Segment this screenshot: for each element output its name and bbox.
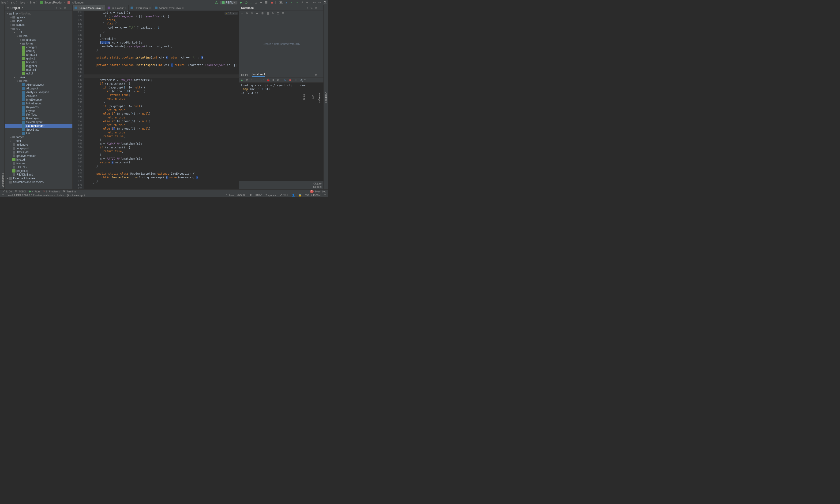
line-number[interactable]: 834: [73, 48, 83, 52]
tree-row[interactable]: PerfTest: [5, 113, 72, 116]
tree-row[interactable]: core.clj: [5, 49, 72, 53]
crumb[interactable]: SourceReader: [44, 1, 62, 4]
down-icon[interactable]: ↓: [256, 78, 259, 82]
status-memory[interactable]: 659 of 1979M: [305, 194, 321, 197]
editor[interactable]: 8248258268278288298308318328338348358368…: [73, 11, 239, 190]
code-line[interactable]: [86, 59, 239, 63]
line-number[interactable]: 864: [73, 146, 83, 149]
debug-icon[interactable]: 🐞: [267, 78, 270, 82]
vcs-history-icon[interactable]: ↺: [301, 1, 304, 4]
tree-row[interactable]: SelectLayout: [5, 120, 72, 124]
line-number[interactable]: 824: [73, 11, 83, 15]
status-branch[interactable]: ⎇ main: [279, 194, 289, 197]
line-number[interactable]: 854: [73, 108, 83, 112]
code-line[interactable]: else if (m.group(4) != null): [86, 112, 239, 115]
line-number[interactable]: 865: [73, 149, 83, 153]
line-number[interactable]: 830: [73, 33, 83, 37]
ns-selector[interactable]: clj ▼: [301, 78, 306, 82]
tree-row[interactable]: Keywords: [5, 105, 72, 109]
editor-tab[interactable]: AlignedLayout.java×: [153, 5, 186, 11]
code-line[interactable]: unread1();: [86, 37, 239, 41]
code-line[interactable]: else if (m.group(7) != null): [86, 127, 239, 131]
vcs-push-icon[interactable]: ↗: [295, 1, 299, 4]
line-number[interactable]: 860: [73, 131, 83, 134]
tree-row[interactable]: AnalysisException: [5, 90, 72, 94]
code-line[interactable]: else if (m.group(5) != null): [86, 120, 239, 123]
line-number[interactable]: 840: [73, 63, 83, 67]
duplicate-icon[interactable]: ⧉: [246, 12, 249, 15]
line-number[interactable]: 846: [73, 78, 83, 82]
line-number[interactable]: 868: [73, 161, 83, 164]
code-line[interactable]: return true;: [86, 108, 239, 112]
reload-icon[interactable]: ↻: [284, 78, 287, 82]
ide-actions2-icon[interactable]: ▭: [318, 1, 322, 4]
code-line[interactable]: return m.matches();: [86, 161, 239, 164]
gear-icon[interactable]: ✲: [314, 6, 317, 10]
code-line[interactable]: [86, 71, 239, 74]
expand-icon[interactable]: ⇅: [310, 6, 313, 10]
line-number[interactable]: 872: [73, 176, 83, 179]
line-number[interactable]: 844: [73, 71, 83, 74]
close-icon[interactable]: ×: [102, 6, 104, 10]
line-number[interactable]: 833: [73, 44, 83, 48]
line-number[interactable]: 866: [73, 153, 83, 157]
code-line[interactable]: Matcher m = INT_PAT.matcher(s);: [86, 78, 239, 82]
status-encoding[interactable]: UTF-8: [255, 194, 262, 197]
toolstrip-item[interactable]: REPL: [302, 93, 306, 102]
line-number[interactable]: 852: [73, 101, 83, 104]
editor-tab[interactable]: imo.layout×: [106, 5, 129, 11]
stop-icon[interactable]: ⊘: [246, 78, 249, 82]
line-number[interactable]: 831: [73, 37, 83, 41]
tree-chevron-icon[interactable]: ▸: [6, 177, 9, 180]
tree-row[interactable]: ▸scripts: [5, 23, 72, 27]
code-line[interactable]: m = RATIO_PAT.matcher(s);: [86, 157, 239, 161]
tree-row[interactable]: SourceReader: [5, 124, 72, 128]
close-icon[interactable]: ×: [125, 6, 126, 10]
line-number[interactable]: 825: [73, 15, 83, 18]
close-icon[interactable]: ✕: [294, 78, 298, 82]
attach-icon[interactable]: ➦: [260, 1, 263, 4]
tree-chevron-icon[interactable]: ▸: [20, 42, 22, 45]
line-number[interactable]: 849: [73, 89, 83, 93]
line-number[interactable]: 870: [73, 168, 83, 172]
locate-icon[interactable]: ⌖: [56, 6, 57, 10]
tree-row[interactable]: project.clj: [5, 169, 72, 173]
tree-row[interactable]: logger.clj: [5, 64, 72, 68]
status-inspect-icon[interactable]: 👤: [292, 194, 295, 197]
inspection-widget[interactable]: ▲ 12 ∧ ∨: [224, 12, 238, 15]
refresh-icon[interactable]: ⟳: [251, 12, 254, 15]
line-number[interactable]: 857: [73, 120, 83, 123]
tree-row[interactable]: imo.iml: [5, 162, 72, 165]
wrap-icon[interactable]: ↩: [261, 78, 264, 82]
close-icon[interactable]: ×: [149, 6, 151, 10]
gear-icon[interactable]: ✲: [314, 73, 317, 76]
toolstrip-item[interactable]: Database: [324, 91, 328, 104]
tree-row[interactable]: .gitignore: [5, 143, 72, 146]
chevron-down-icon[interactable]: ▼: [21, 7, 23, 9]
line-number[interactable]: 832: [73, 41, 83, 44]
line-number[interactable]: 847: [73, 82, 83, 86]
tree-row[interactable]: config.clj: [5, 46, 72, 49]
repl-output[interactable]: Loading src/clj/imo/layout.clj... done(m…: [239, 83, 323, 181]
tree-row[interactable]: ▸.idea: [5, 19, 72, 23]
code-line[interactable]: }: [86, 48, 239, 52]
line-number[interactable]: 851: [73, 97, 83, 101]
add-icon[interactable]: ＋: [241, 12, 244, 15]
tree-chevron-icon[interactable]: ▸: [10, 24, 12, 26]
line-number[interactable]: 859: [73, 127, 83, 131]
tree-row[interactable]: AltLayout: [5, 87, 72, 90]
line-number[interactable]: 826: [73, 18, 83, 22]
tree-row[interactable]: imo.edn: [5, 158, 72, 162]
lock-icon[interactable]: 🔒: [298, 194, 302, 197]
code-line[interactable]: [86, 52, 239, 56]
toolstrip-item[interactable]: 2: Favorites: [1, 172, 5, 187]
code-line[interactable]: String ws = readMarked();: [86, 41, 239, 44]
tree-row[interactable]: Layout: [5, 109, 72, 113]
filter-icon[interactable]: ▽: [282, 12, 285, 15]
tree-row[interactable]: ImoException: [5, 98, 72, 102]
status-indent[interactable]: 2 spaces: [265, 194, 276, 197]
tx-icon[interactable]: ⊟: [261, 12, 264, 15]
line-number[interactable]: 856: [73, 115, 83, 120]
tree-row[interactable]: ▾imo: [5, 34, 72, 38]
expand-icon[interactable]: ⇅: [59, 6, 62, 10]
